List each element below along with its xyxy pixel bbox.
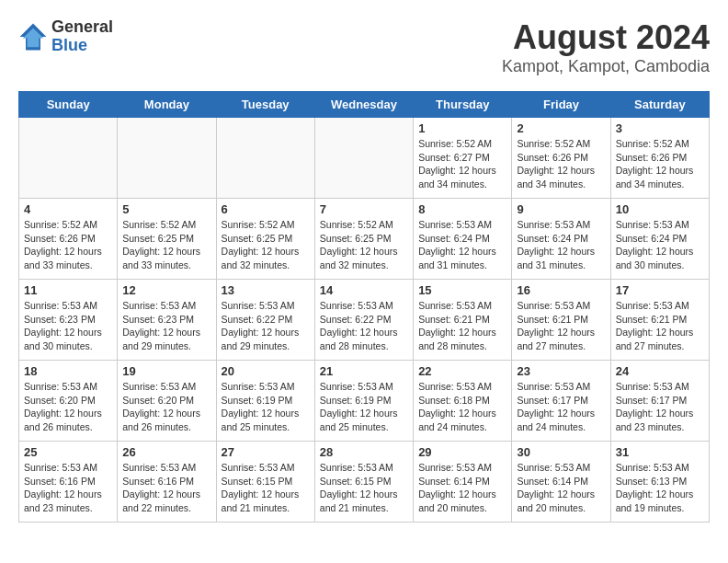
logo-general: General — [51, 18, 113, 37]
day-info: Sunrise: 5:53 AMSunset: 6:17 PMDaylight:… — [517, 380, 605, 434]
calendar-cell: 26Sunrise: 5:53 AMSunset: 6:16 PMDayligh… — [118, 442, 216, 523]
calendar-cell: 16Sunrise: 5:53 AMSunset: 6:21 PMDayligh… — [512, 280, 610, 361]
calendar-cell: 27Sunrise: 5:53 AMSunset: 6:15 PMDayligh… — [216, 442, 314, 523]
day-number: 15 — [418, 283, 506, 297]
weekday-header-wednesday: Wednesday — [314, 92, 413, 118]
calendar-cell: 31Sunrise: 5:53 AMSunset: 6:13 PMDayligh… — [610, 442, 709, 523]
day-number: 10 — [616, 202, 704, 216]
day-info: Sunrise: 5:53 AMSunset: 6:15 PMDaylight:… — [320, 461, 408, 515]
day-info: Sunrise: 5:53 AMSunset: 6:18 PMDaylight:… — [418, 380, 506, 434]
day-info: Sunrise: 5:52 AMSunset: 6:27 PMDaylight:… — [418, 137, 506, 191]
day-number: 27 — [222, 445, 310, 459]
calendar-week-4: 25Sunrise: 5:53 AMSunset: 6:16 PMDayligh… — [19, 442, 710, 523]
page-title: August 2024 — [502, 18, 710, 57]
calendar-cell: 13Sunrise: 5:53 AMSunset: 6:22 PMDayligh… — [216, 280, 314, 361]
day-number: 6 — [222, 202, 310, 216]
day-number: 26 — [122, 445, 210, 459]
calendar-cell: 11Sunrise: 5:53 AMSunset: 6:23 PMDayligh… — [19, 280, 118, 361]
day-info: Sunrise: 5:52 AMSunset: 6:25 PMDaylight:… — [222, 218, 310, 272]
calendar-cell: 10Sunrise: 5:53 AMSunset: 6:24 PMDayligh… — [610, 199, 709, 280]
day-number: 5 — [122, 202, 210, 216]
day-info: Sunrise: 5:52 AMSunset: 6:26 PMDaylight:… — [24, 218, 112, 272]
calendar-week-2: 11Sunrise: 5:53 AMSunset: 6:23 PMDayligh… — [19, 280, 710, 361]
calendar-cell: 2Sunrise: 5:52 AMSunset: 6:26 PMDaylight… — [512, 118, 610, 199]
calendar-cell: 24Sunrise: 5:53 AMSunset: 6:17 PMDayligh… — [610, 361, 709, 442]
calendar-cell: 29Sunrise: 5:53 AMSunset: 6:14 PMDayligh… — [414, 442, 512, 523]
calendar-cell: 12Sunrise: 5:53 AMSunset: 6:23 PMDayligh… — [118, 280, 216, 361]
calendar-cell: 8Sunrise: 5:53 AMSunset: 6:24 PMDaylight… — [414, 199, 512, 280]
calendar-cell: 3Sunrise: 5:52 AMSunset: 6:26 PMDaylight… — [610, 118, 709, 199]
calendar-cell: 4Sunrise: 5:52 AMSunset: 6:26 PMDaylight… — [19, 199, 118, 280]
calendar-cell: 15Sunrise: 5:53 AMSunset: 6:21 PMDayligh… — [414, 280, 512, 361]
calendar-cell — [216, 118, 314, 199]
day-number: 8 — [418, 202, 506, 216]
logo: General Blue — [18, 18, 113, 55]
calendar-week-1: 4Sunrise: 5:52 AMSunset: 6:26 PMDaylight… — [19, 199, 710, 280]
day-number: 12 — [122, 283, 210, 297]
day-number: 18 — [24, 364, 112, 378]
day-number: 25 — [24, 445, 112, 459]
day-info: Sunrise: 5:53 AMSunset: 6:21 PMDaylight:… — [418, 299, 506, 353]
calendar-cell: 14Sunrise: 5:53 AMSunset: 6:22 PMDayligh… — [314, 280, 413, 361]
calendar-cell — [19, 118, 118, 199]
calendar-cell: 5Sunrise: 5:52 AMSunset: 6:25 PMDaylight… — [118, 199, 216, 280]
calendar-body: 1Sunrise: 5:52 AMSunset: 6:27 PMDaylight… — [19, 118, 710, 523]
day-number: 17 — [616, 283, 704, 297]
calendar-cell: 20Sunrise: 5:53 AMSunset: 6:19 PMDayligh… — [216, 361, 314, 442]
day-number: 31 — [616, 445, 704, 459]
weekday-header-saturday: Saturday — [610, 92, 709, 118]
day-info: Sunrise: 5:53 AMSunset: 6:14 PMDaylight:… — [418, 461, 506, 515]
calendar-cell: 1Sunrise: 5:52 AMSunset: 6:27 PMDaylight… — [414, 118, 512, 199]
page-subtitle: Kampot, Kampot, Cambodia — [502, 57, 710, 76]
day-info: Sunrise: 5:53 AMSunset: 6:20 PMDaylight:… — [24, 380, 112, 434]
logo-text: General Blue — [51, 18, 113, 55]
day-number: 13 — [222, 283, 310, 297]
day-info: Sunrise: 5:52 AMSunset: 6:26 PMDaylight:… — [517, 137, 605, 191]
day-number: 28 — [320, 445, 408, 459]
day-info: Sunrise: 5:53 AMSunset: 6:13 PMDaylight:… — [616, 461, 704, 515]
weekday-header-monday: Monday — [118, 92, 216, 118]
day-number: 7 — [320, 202, 408, 216]
calendar-cell: 23Sunrise: 5:53 AMSunset: 6:17 PMDayligh… — [512, 361, 610, 442]
calendar-cell: 25Sunrise: 5:53 AMSunset: 6:16 PMDayligh… — [19, 442, 118, 523]
day-info: Sunrise: 5:52 AMSunset: 6:26 PMDaylight:… — [616, 137, 704, 191]
day-number: 23 — [517, 364, 605, 378]
calendar-cell: 19Sunrise: 5:53 AMSunset: 6:20 PMDayligh… — [118, 361, 216, 442]
calendar-header: SundayMondayTuesdayWednesdayThursdayFrid… — [19, 92, 710, 118]
day-number: 14 — [320, 283, 408, 297]
calendar-cell — [314, 118, 413, 199]
calendar-cell — [118, 118, 216, 199]
logo-blue: Blue — [51, 37, 113, 55]
day-info: Sunrise: 5:53 AMSunset: 6:19 PMDaylight:… — [320, 380, 408, 434]
day-number: 21 — [320, 364, 408, 378]
calendar-cell: 9Sunrise: 5:53 AMSunset: 6:24 PMDaylight… — [512, 199, 610, 280]
day-info: Sunrise: 5:53 AMSunset: 6:16 PMDaylight:… — [24, 461, 112, 515]
calendar-cell: 6Sunrise: 5:52 AMSunset: 6:25 PMDaylight… — [216, 199, 314, 280]
calendar-week-3: 18Sunrise: 5:53 AMSunset: 6:20 PMDayligh… — [19, 361, 710, 442]
day-number: 16 — [517, 283, 605, 297]
day-info: Sunrise: 5:53 AMSunset: 6:21 PMDaylight:… — [517, 299, 605, 353]
weekday-header-sunday: Sunday — [19, 92, 118, 118]
day-info: Sunrise: 5:53 AMSunset: 6:19 PMDaylight:… — [222, 380, 310, 434]
day-number: 29 — [418, 445, 506, 459]
day-info: Sunrise: 5:53 AMSunset: 6:24 PMDaylight:… — [418, 218, 506, 272]
weekday-header-row: SundayMondayTuesdayWednesdayThursdayFrid… — [19, 92, 710, 118]
day-info: Sunrise: 5:53 AMSunset: 6:22 PMDaylight:… — [222, 299, 310, 353]
logo-icon — [18, 22, 48, 52]
day-info: Sunrise: 5:53 AMSunset: 6:21 PMDaylight:… — [616, 299, 704, 353]
weekday-header-tuesday: Tuesday — [216, 92, 314, 118]
calendar-cell: 22Sunrise: 5:53 AMSunset: 6:18 PMDayligh… — [414, 361, 512, 442]
weekday-header-friday: Friday — [512, 92, 610, 118]
calendar-cell: 18Sunrise: 5:53 AMSunset: 6:20 PMDayligh… — [19, 361, 118, 442]
day-info: Sunrise: 5:53 AMSunset: 6:16 PMDaylight:… — [122, 461, 210, 515]
day-number: 1 — [418, 121, 506, 135]
day-info: Sunrise: 5:53 AMSunset: 6:24 PMDaylight:… — [517, 218, 605, 272]
day-info: Sunrise: 5:53 AMSunset: 6:17 PMDaylight:… — [616, 380, 704, 434]
title-block: August 2024 Kampot, Kampot, Cambodia — [502, 18, 710, 76]
calendar-cell: 28Sunrise: 5:53 AMSunset: 6:15 PMDayligh… — [314, 442, 413, 523]
day-info: Sunrise: 5:53 AMSunset: 6:23 PMDaylight:… — [122, 299, 210, 353]
calendar-cell: 7Sunrise: 5:52 AMSunset: 6:25 PMDaylight… — [314, 199, 413, 280]
calendar-cell: 21Sunrise: 5:53 AMSunset: 6:19 PMDayligh… — [314, 361, 413, 442]
calendar-cell: 17Sunrise: 5:53 AMSunset: 6:21 PMDayligh… — [610, 280, 709, 361]
day-number: 19 — [122, 364, 210, 378]
